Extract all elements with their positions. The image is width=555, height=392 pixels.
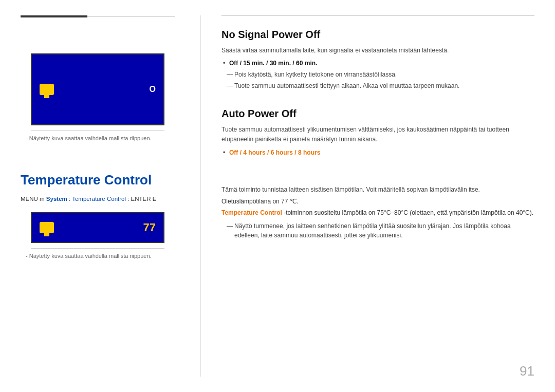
rule-thick	[21, 15, 87, 17]
menu-path: MENU m System : Temperature Control : EN…	[21, 196, 175, 202]
monitor-num-label: 77	[143, 221, 156, 234]
no-signal-title: No Signal Power Off	[221, 29, 534, 41]
no-signal-bullet: Off / 15 min. / 30 min. / 60 min.	[229, 60, 534, 67]
monitor-divider-2	[31, 248, 164, 249]
temp-orange-rest: -toiminnon suositeltu lämpötila on 75°C–…	[282, 209, 533, 216]
monitor-divider-1	[31, 130, 164, 131]
monitor-display-2: 77	[31, 212, 164, 243]
menu-temp-control: Temperature Control	[72, 196, 126, 202]
note-text-2: Näytetty kuva saattaa vaihdella mallista…	[21, 253, 175, 259]
column-divider	[200, 15, 201, 377]
monitor-icon-2	[40, 222, 54, 233]
monitor-display-1: O	[31, 53, 164, 125]
no-signal-bullet-text: Off / 15 min. / 30 min. / 60 min.	[229, 60, 317, 67]
page-number: 91	[520, 363, 534, 379]
menu-label-menu: MENU m	[21, 196, 45, 202]
auto-power-bullet: Off / 4 hours / 6 hours / 8 hours	[229, 149, 534, 156]
temp-section: Temperature Control MENU m System : Temp…	[21, 172, 175, 259]
auto-power-title: Auto Power Off	[221, 108, 534, 120]
temp-orange-label: Temperature Control	[221, 209, 282, 216]
menu-colon: :	[69, 196, 70, 202]
top-rule-right	[221, 15, 534, 16]
no-signal-section: No Signal Power Off Säästä virtaa sammut…	[221, 29, 534, 92]
menu-system-text: System	[46, 196, 67, 202]
rule-thin	[87, 16, 175, 17]
temp-desc1: Tämä toiminto tunnistaa laitteen sisäise…	[221, 185, 534, 195]
note-text-1: Näytetty kuva saattaa vaihdella mallista…	[21, 135, 175, 141]
auto-power-desc: Tuote sammuu automaattisesti ylikuumentu…	[221, 125, 534, 144]
left-column: O Näytetty kuva saattaa vaihdella mallis…	[21, 15, 195, 377]
no-signal-dash1: Pois käytöstä, kun kytketty tietokone on…	[227, 70, 534, 79]
temp-right-section: Tämä toiminto tunnistaa laitteen sisäise…	[221, 185, 534, 242]
temp-dash1: Näyttö tummenee, jos laitteen senhetkine…	[227, 221, 534, 240]
temp-orange-line: Temperature Control -toiminnon suositelt…	[221, 208, 534, 217]
monitor-o-label: O	[150, 85, 156, 94]
auto-power-section: Auto Power Off Tuote sammuu automaattise…	[221, 108, 534, 159]
right-column: No Signal Power Off Säästä virtaa sammut…	[206, 15, 534, 377]
temp-title: Temperature Control	[21, 172, 175, 188]
no-signal-dash2: Tuote sammuu automaattisesti tiettyyn ai…	[227, 81, 534, 90]
no-signal-desc: Säästä virtaa sammuttamalla laite, kun s…	[221, 46, 534, 55]
auto-power-bullet-text: Off / 4 hours / 6 hours / 8 hours	[229, 149, 320, 156]
temp-oletuslampotila: Oletuslämpötilana on 77 ℃.	[221, 198, 534, 205]
top-rule-left	[21, 15, 175, 17]
menu-enter: : ENTER E	[127, 196, 156, 202]
monitor-icon-1	[40, 84, 54, 95]
